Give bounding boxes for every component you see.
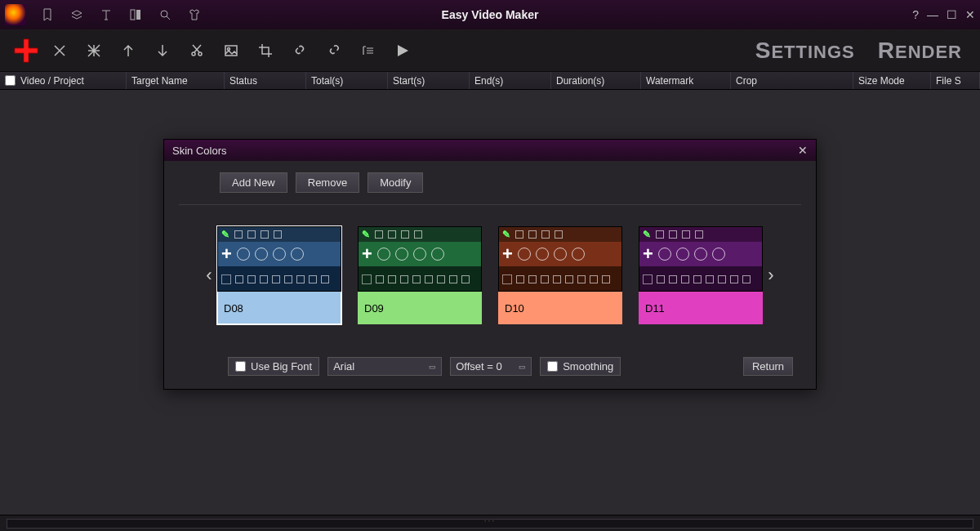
smoothing-checkbox[interactable]: Smoothing xyxy=(540,357,621,376)
layers-icon[interactable] xyxy=(65,3,88,26)
column-header[interactable]: Total(s) xyxy=(306,72,388,89)
dialog-titlebar[interactable]: Skin Colors ✕ xyxy=(164,140,816,161)
dialog-title: Skin Colors xyxy=(172,145,226,157)
svg-rect-0 xyxy=(131,10,135,20)
column-header[interactable]: Crop xyxy=(731,72,853,89)
search-icon[interactable] xyxy=(154,3,176,26)
skin-option[interactable]: ✎+D08 xyxy=(217,226,341,324)
crop-icon[interactable] xyxy=(252,38,278,64)
remove-button[interactable]: Remove xyxy=(296,172,359,193)
skin-option[interactable]: ✎+D11 xyxy=(639,226,763,324)
shirt-icon[interactable] xyxy=(183,3,206,26)
text-icon[interactable] xyxy=(95,3,118,26)
add-new-button[interactable]: Add New xyxy=(220,172,287,193)
image-icon[interactable] xyxy=(218,38,244,64)
table-header: Video / ProjectTarget NameStatusTotal(s)… xyxy=(0,72,980,90)
column-header[interactable]: End(s) xyxy=(470,72,551,89)
link-icon[interactable] xyxy=(287,38,313,64)
skin-preview: ✎+ xyxy=(217,226,341,292)
svg-rect-1 xyxy=(136,10,140,20)
svg-point-3 xyxy=(192,52,195,56)
unlink-icon[interactable] xyxy=(321,38,347,64)
maximize-button[interactable]: ☐ xyxy=(947,8,957,21)
play-icon[interactable] xyxy=(390,38,416,64)
select-all-checkbox[interactable] xyxy=(5,75,16,86)
modify-button[interactable]: Modify xyxy=(368,172,423,193)
skin-colors-dialog: Skin Colors ✕ Add New Remove Modify ‹ ✎+… xyxy=(163,139,817,390)
column-header[interactable]: Duration(s) xyxy=(551,72,641,89)
use-big-font-checkbox[interactable]: Use Big Font xyxy=(228,357,319,376)
prev-arrow[interactable]: ‹ xyxy=(201,265,217,286)
skin-label: D08 xyxy=(217,292,341,324)
settings-link[interactable]: SETTINGS xyxy=(755,38,855,64)
offset-combo[interactable]: Offset = 0▭ xyxy=(450,357,532,376)
help-button[interactable]: ? xyxy=(912,8,919,21)
down-icon[interactable] xyxy=(149,38,176,64)
content-area: Skin Colors ✕ Add New Remove Modify ‹ ✎+… xyxy=(0,90,980,515)
svg-point-4 xyxy=(198,52,202,56)
svg-point-2 xyxy=(161,11,167,17)
column-header[interactable]: Watermark xyxy=(641,72,731,89)
status-bar xyxy=(0,515,980,531)
svg-rect-5 xyxy=(225,46,237,56)
skin-label: D09 xyxy=(358,292,482,324)
add-button[interactable] xyxy=(10,34,42,67)
return-button[interactable]: Return xyxy=(743,357,793,376)
skin-option[interactable]: ✎+D09 xyxy=(358,226,482,324)
minimize-button[interactable]: — xyxy=(927,8,938,21)
font-combo[interactable]: Arial▭ xyxy=(327,357,442,376)
columns-icon[interactable] xyxy=(124,3,147,26)
next-arrow[interactable]: › xyxy=(763,265,779,286)
column-header[interactable]: Size Mode xyxy=(853,72,931,89)
up-icon[interactable] xyxy=(115,38,141,64)
main-toolbar: SETTINGS RENDER xyxy=(0,29,980,72)
column-header[interactable]: Status xyxy=(225,72,306,89)
skin-label: D11 xyxy=(639,292,763,324)
skin-preview: ✎+ xyxy=(639,226,763,292)
close-button[interactable]: ✕ xyxy=(965,8,975,21)
skin-label: D10 xyxy=(498,292,622,324)
status-track xyxy=(7,519,973,529)
skin-option[interactable]: ✎+D10 xyxy=(498,226,622,324)
dialog-close-icon[interactable]: ✕ xyxy=(798,144,808,157)
column-header[interactable]: Target Name xyxy=(127,72,225,89)
cut-icon[interactable] xyxy=(184,38,210,64)
indent-icon[interactable] xyxy=(355,38,381,64)
title-bar: Easy Video Maker ? — ☐ ✕ xyxy=(0,0,980,29)
column-header[interactable]: File S xyxy=(931,72,980,89)
delete-all-icon[interactable] xyxy=(81,38,107,64)
app-title: Easy Video Maker xyxy=(442,8,539,21)
render-link[interactable]: RENDER xyxy=(878,38,962,64)
column-header[interactable]: Start(s) xyxy=(388,72,470,89)
bookmark-icon[interactable] xyxy=(36,3,59,26)
app-logo xyxy=(5,4,26,25)
skin-preview: ✎+ xyxy=(358,226,482,292)
column-header[interactable]: Video / Project xyxy=(0,72,127,89)
delete-icon[interactable] xyxy=(47,38,73,64)
skin-preview: ✎+ xyxy=(498,226,622,292)
